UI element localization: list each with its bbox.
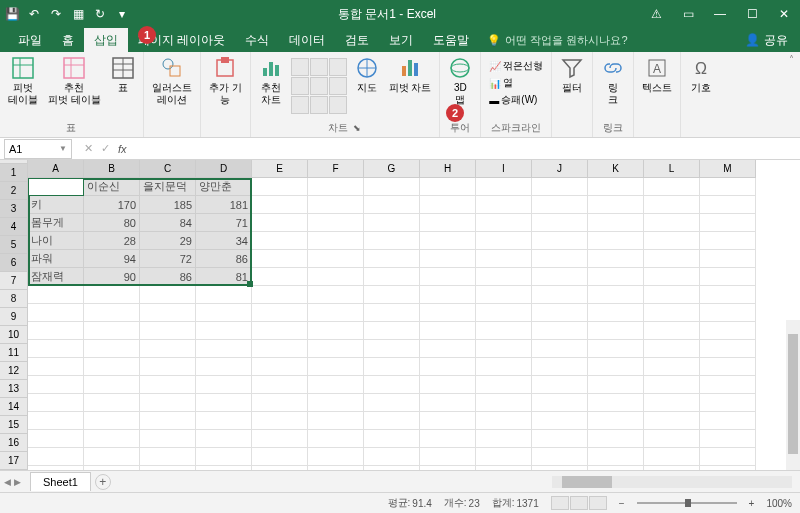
cell[interactable] xyxy=(476,286,532,304)
cell[interactable] xyxy=(252,178,308,196)
cell[interactable]: 34 xyxy=(196,232,252,250)
sparkline-line-button[interactable]: 📈꺾은선형 xyxy=(487,58,545,74)
cell[interactable] xyxy=(532,394,588,412)
cell[interactable] xyxy=(532,214,588,232)
cell[interactable] xyxy=(420,286,476,304)
close-icon[interactable]: ✕ xyxy=(772,2,796,26)
cell[interactable] xyxy=(700,286,756,304)
recommended-pivot-button[interactable]: 추천 피벗 테이블 xyxy=(44,54,105,108)
cell[interactable] xyxy=(364,358,420,376)
column-header[interactable]: M xyxy=(700,160,756,178)
cell[interactable] xyxy=(476,178,532,196)
cell[interactable]: 81 xyxy=(196,268,252,286)
cell[interactable] xyxy=(84,376,140,394)
cell[interactable] xyxy=(420,268,476,286)
qat-icon[interactable]: ↻ xyxy=(92,6,108,22)
cell[interactable] xyxy=(308,178,364,196)
cell[interactable] xyxy=(252,430,308,448)
cell[interactable] xyxy=(28,448,84,466)
cell[interactable] xyxy=(476,196,532,214)
row-header[interactable]: 10 xyxy=(0,326,28,344)
cell[interactable] xyxy=(644,394,700,412)
ribbon-options-icon[interactable]: ▭ xyxy=(676,2,700,26)
page-layout-view-button[interactable] xyxy=(570,496,588,510)
save-icon[interactable]: 💾 xyxy=(4,6,20,22)
row-header[interactable]: 16 xyxy=(0,434,28,452)
recommended-charts-button[interactable]: 추천 차트 xyxy=(255,54,287,108)
cell[interactable] xyxy=(364,394,420,412)
row-header[interactable]: 13 xyxy=(0,380,28,398)
chevron-down-icon[interactable]: ▼ xyxy=(59,144,67,153)
cell[interactable] xyxy=(532,448,588,466)
cell[interactable] xyxy=(476,340,532,358)
tell-me-search[interactable]: 💡 어떤 작업을 원하시나요? xyxy=(487,33,627,48)
pivot-table-button[interactable]: 피벗 테이블 xyxy=(4,54,42,108)
cell[interactable] xyxy=(476,250,532,268)
cell[interactable] xyxy=(364,412,420,430)
collapse-ribbon-icon[interactable]: ˄ xyxy=(783,52,800,137)
cell[interactable] xyxy=(140,412,196,430)
cell[interactable]: 90 xyxy=(84,268,140,286)
cell[interactable] xyxy=(196,448,252,466)
cell[interactable] xyxy=(252,286,308,304)
cell[interactable] xyxy=(252,358,308,376)
qat-dropdown-icon[interactable]: ▾ xyxy=(114,6,130,22)
chart-type-grid[interactable] xyxy=(291,58,347,114)
cell[interactable]: 파워 xyxy=(28,250,84,268)
row-header[interactable]: 3 xyxy=(0,200,28,218)
cell[interactable]: 181 xyxy=(196,196,252,214)
cell[interactable]: 나이 xyxy=(28,232,84,250)
column-header[interactable]: B xyxy=(84,160,140,178)
chart-type-button[interactable] xyxy=(291,58,309,76)
cell[interactable] xyxy=(84,322,140,340)
minimize-icon[interactable]: — xyxy=(708,2,732,26)
cell[interactable] xyxy=(476,304,532,322)
cell[interactable] xyxy=(196,340,252,358)
cell[interactable] xyxy=(28,304,84,322)
cell[interactable] xyxy=(308,250,364,268)
page-break-view-button[interactable] xyxy=(589,496,607,510)
cell[interactable]: 94 xyxy=(84,250,140,268)
row-header[interactable]: 6 xyxy=(0,254,28,272)
cell[interactable] xyxy=(588,358,644,376)
column-header[interactable]: G xyxy=(364,160,420,178)
cell[interactable]: 72 xyxy=(140,250,196,268)
chart-type-button[interactable] xyxy=(310,96,328,114)
cell[interactable] xyxy=(700,304,756,322)
cell[interactable] xyxy=(532,304,588,322)
cell[interactable] xyxy=(196,376,252,394)
cell[interactable] xyxy=(420,412,476,430)
cell[interactable] xyxy=(700,232,756,250)
cell[interactable] xyxy=(532,196,588,214)
cell[interactable] xyxy=(644,268,700,286)
cell[interactable] xyxy=(28,412,84,430)
cell[interactable] xyxy=(476,448,532,466)
row-header[interactable]: 15 xyxy=(0,416,28,434)
cell[interactable] xyxy=(28,394,84,412)
cell[interactable] xyxy=(252,448,308,466)
row-header[interactable]: 2 xyxy=(0,182,28,200)
cell[interactable] xyxy=(252,214,308,232)
cell[interactable] xyxy=(644,376,700,394)
normal-view-button[interactable] xyxy=(551,496,569,510)
cell[interactable] xyxy=(420,394,476,412)
cell[interactable] xyxy=(252,412,308,430)
cell[interactable] xyxy=(252,376,308,394)
tab-insert[interactable]: 삽입 xyxy=(84,28,128,53)
cell[interactable] xyxy=(364,196,420,214)
horizontal-scrollbar[interactable] xyxy=(552,476,792,488)
cell[interactable] xyxy=(28,430,84,448)
cell[interactable] xyxy=(364,214,420,232)
cell[interactable] xyxy=(196,322,252,340)
cell[interactable] xyxy=(252,340,308,358)
cell[interactable] xyxy=(308,322,364,340)
cell[interactable] xyxy=(28,178,84,196)
cell[interactable]: 28 xyxy=(84,232,140,250)
cell[interactable] xyxy=(364,232,420,250)
share-button[interactable]: 👤 공유 xyxy=(745,32,788,49)
tab-formulas[interactable]: 수식 xyxy=(235,28,279,53)
pivot-chart-button[interactable]: 피벗 차트 xyxy=(385,54,436,96)
cell[interactable] xyxy=(700,214,756,232)
zoom-slider[interactable] xyxy=(637,502,737,504)
cell[interactable] xyxy=(420,232,476,250)
